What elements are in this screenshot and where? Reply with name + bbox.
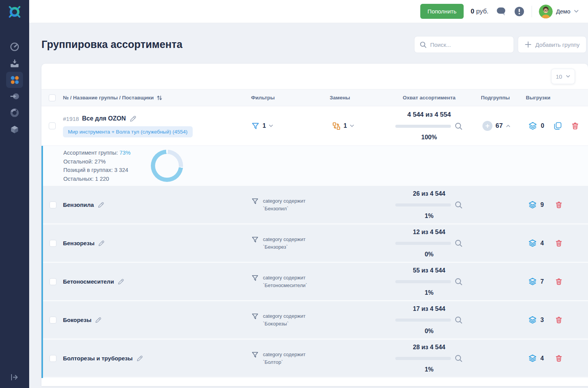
edit-pencil-icon[interactable] — [97, 201, 105, 209]
delete-trash-icon[interactable] — [555, 239, 563, 247]
exports-count: 4 — [540, 355, 544, 362]
delete-trash-icon[interactable] — [571, 122, 579, 130]
page-size-select[interactable]: 10 — [551, 69, 575, 84]
coverage-percent: 1% — [424, 213, 433, 220]
subgroup-name: Бензопила — [63, 201, 94, 208]
subgroup-row: Болторезы и труборезы category содержит … — [43, 340, 588, 378]
funnel-icon — [251, 274, 259, 282]
sidebar-item-grouping[interactable] — [6, 72, 23, 88]
layers-icon — [528, 121, 537, 130]
collapse-subgroups-chevron-up-icon[interactable] — [506, 124, 510, 127]
filter-condition-line1: category содержит — [263, 313, 306, 319]
user-name: Демо — [556, 8, 570, 15]
user-menu[interactable]: Демо — [539, 5, 579, 18]
sidebar-item-import[interactable] — [6, 55, 23, 71]
balance: 0 руб. — [471, 8, 489, 15]
row-filter: category содержит `Бензорез` — [218, 236, 308, 251]
swap-icon — [332, 122, 341, 130]
stat-assortment-value: 73% — [119, 150, 130, 156]
suppliers-badge[interactable]: Мир инструмента + Волга тул (служебный) … — [63, 126, 193, 137]
magnifier-icon[interactable] — [454, 201, 463, 209]
coverage-count: 4 544 из 4 554 — [407, 111, 451, 119]
stat-assortment: Ассортимент группы: 73% — [63, 150, 151, 156]
edit-pencil-icon[interactable] — [97, 239, 105, 247]
subgroup-row: Бензорезы category содержит `Бензорез` 1… — [43, 225, 588, 263]
groups-dots-icon — [10, 75, 20, 85]
row-checkbox[interactable] — [50, 240, 56, 247]
exports-count: 4 — [540, 240, 544, 247]
topup-button[interactable]: Пополнить — [420, 4, 464, 19]
app-logo-gear-icon[interactable] — [6, 3, 23, 20]
magnifier-icon[interactable] — [454, 277, 463, 286]
magnifier-icon[interactable] — [454, 354, 463, 363]
delete-trash-icon[interactable] — [555, 201, 563, 209]
search-input[interactable] — [430, 41, 509, 48]
add-subgroup-button[interactable]: + — [482, 121, 492, 131]
header-exports: Выгрузки — [514, 95, 548, 101]
row-filter: category содержит `Болтор` — [218, 351, 308, 366]
stat-others-value: 1 220 — [95, 176, 109, 182]
select-all-checkbox[interactable] — [49, 94, 56, 101]
delete-trash-icon[interactable] — [555, 354, 563, 362]
funnel-icon — [251, 312, 259, 320]
magnifier-icon[interactable] — [454, 122, 463, 130]
stat-positions: Позиций в группах: 3 324 — [63, 167, 151, 173]
groups-table-card: 10 № / Название группы / Поставщики — [41, 64, 588, 386]
stat-others: Остальных: 1 220 — [63, 176, 151, 182]
row-checkbox[interactable] — [50, 317, 56, 324]
filter-condition-line2: `Бокорезы` — [263, 321, 289, 327]
layers-icon — [528, 354, 537, 363]
row-coverage: 17 из 4 544 0% — [385, 305, 473, 335]
magnifier-icon[interactable] — [454, 316, 463, 324]
group-replaces-toggle[interactable]: 1 — [308, 122, 385, 130]
row-checkbox[interactable] — [50, 355, 56, 362]
header-replaces: Замены — [308, 95, 385, 101]
sidebar-item-products[interactable] — [6, 121, 23, 137]
sign-in-icon — [10, 91, 20, 101]
gauge-icon — [10, 42, 20, 52]
exports-count: 7 — [540, 278, 544, 285]
layers-icon — [528, 239, 537, 248]
alert-icon[interactable] — [514, 6, 525, 17]
delete-trash-icon[interactable] — [555, 316, 563, 324]
sidebar-item-dashboard[interactable] — [6, 39, 23, 55]
exports-count: 3 — [540, 317, 544, 324]
edit-pencil-icon[interactable] — [94, 316, 102, 324]
funnel-icon — [251, 122, 260, 130]
edit-pencil-icon[interactable] — [117, 278, 125, 286]
group-checkbox[interactable] — [49, 122, 56, 129]
sidebar — [0, 0, 29, 388]
exports-count: 9 — [540, 201, 544, 208]
chat-icon[interactable] — [496, 6, 507, 17]
group-name: Все для OZON — [82, 115, 126, 122]
header-subgroups: Подгруппы — [473, 95, 514, 101]
balance-value: 0 — [471, 8, 474, 15]
magnifier-icon[interactable] — [454, 239, 463, 248]
group-filters-toggle[interactable]: 1 — [218, 122, 308, 130]
edit-pencil-icon[interactable] — [136, 355, 144, 362]
edit-pencil-icon[interactable] — [129, 115, 137, 123]
topbar-divider — [532, 6, 532, 17]
header-name: № / Название группы / Поставщики — [63, 95, 154, 101]
sidebar-item-analytics[interactable] — [6, 105, 23, 121]
add-group-button[interactable]: Добавить группу — [518, 36, 586, 53]
sort-icon[interactable] — [157, 95, 162, 101]
coverage-percent: 0% — [424, 328, 433, 335]
replaces-count: 1 — [344, 122, 347, 129]
row-filter: category содержит `Бензопил` — [218, 197, 308, 212]
avatar — [539, 5, 553, 18]
delete-trash-icon[interactable] — [555, 277, 563, 286]
table-header: № / Название группы / Поставщики Фильтры… — [41, 89, 588, 106]
expand-sidebar-button[interactable] — [0, 373, 29, 382]
coverage-bar — [395, 125, 451, 128]
row-checkbox[interactable] — [50, 278, 56, 285]
coverage-percent: 100% — [421, 134, 437, 141]
copy-icon[interactable] — [553, 122, 562, 130]
subgroup-rows: Бензопила category содержит `Бензопил` 2… — [43, 186, 588, 378]
funnel-icon — [251, 236, 259, 244]
filter-condition-line2: `Бетоносмесители` — [263, 282, 307, 288]
row-checkbox[interactable] — [50, 201, 56, 208]
sidebar-item-signin[interactable] — [6, 88, 23, 104]
coverage-bar — [395, 242, 451, 245]
main-area: Пополнить 0 руб. — [29, 0, 588, 388]
